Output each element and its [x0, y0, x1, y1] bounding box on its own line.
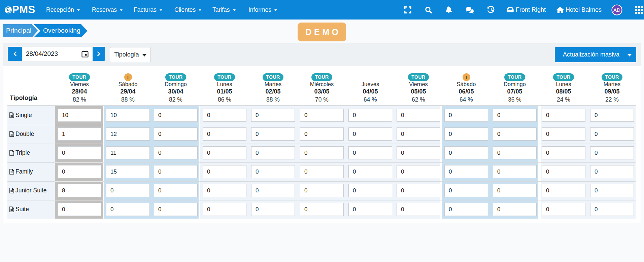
svg-text:AD: AD [613, 7, 620, 13]
